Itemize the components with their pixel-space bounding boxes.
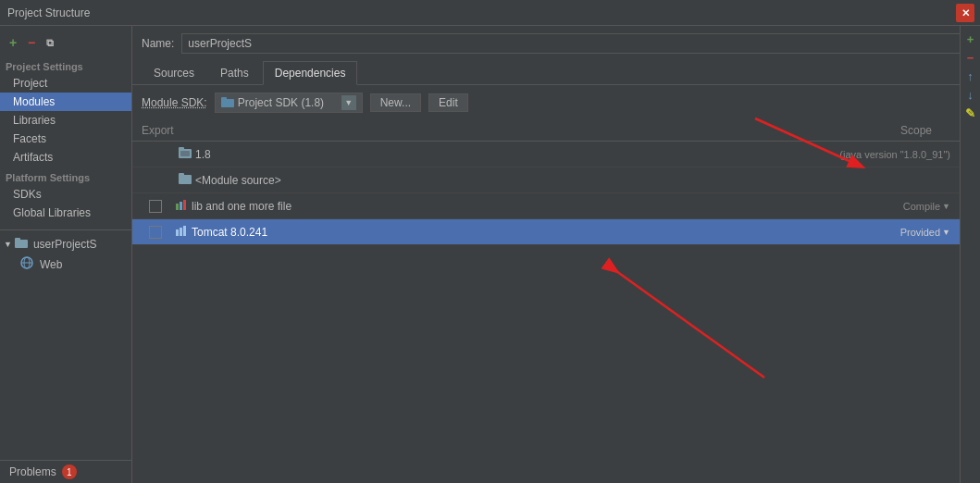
sidebar-item-artifacts[interactable]: Artifacts [0,148,131,167]
module-sdk-row: Module SDK: Project SDK (1.8) ▼ New... E… [132,85,980,120]
sidebar-item-global-libraries[interactable]: Global Libraries [0,204,131,222]
remove-module-button[interactable]: − [24,35,39,50]
tree-expand-arrow: ▼ [4,240,12,249]
export-col-header: Export [142,124,188,137]
scope-badge: Provided [866,227,940,238]
tree-child-label: Web [40,258,62,271]
sidebar-toolbar: + − ⧉ [0,30,131,56]
tab-sources[interactable]: Sources [142,61,206,85]
sidebar-item-label: Project [13,77,47,90]
tomcat-icon [175,224,188,240]
svg-rect-13 [180,202,182,210]
export-cell [142,200,175,213]
right-action-bar: + − ↑ ↓ ✎ [960,26,980,483]
close-button[interactable]: ✕ [956,4,974,22]
sdk-folder-icon [221,96,234,110]
remove-dependency-button[interactable]: − [963,50,978,65]
name-row: Name: [132,26,980,61]
sdk-dropdown-arrow: ▼ [341,95,356,110]
svg-rect-17 [183,226,186,236]
tabs-bar: Sources Paths Dependencies [132,61,980,85]
title-bar: Project Structure ✕ [0,0,980,26]
row-checkbox[interactable] [149,200,162,213]
sidebar-item-facets[interactable]: Facets [0,130,131,148]
lib-icon [175,198,188,214]
tree-root-label: userProjectS [33,238,97,251]
row-checkbox[interactable] [149,226,162,239]
svg-rect-15 [176,229,179,236]
sidebar-item-label: SDKs [13,188,42,201]
add-module-button[interactable]: + [6,35,20,50]
new-sdk-button[interactable]: New... [370,93,421,112]
module-tree: ▼ userProjectS Web [0,229,131,279]
table-row: <Module source> [132,167,960,193]
sdk-dropdown[interactable]: Project SDK (1.8) ▼ [215,93,363,113]
problems-label: Problems [9,465,56,478]
platform-settings-section: Platform Settings SDKs Global Libraries [0,167,131,222]
table-row: 1.8 (java version "1.8.0_91") [132,142,960,167]
svg-rect-6 [221,97,227,101]
sidebar-item-label: Libraries [13,114,56,127]
scope-dropdown-arrow[interactable]: ▼ [942,202,950,211]
project-settings-section: Project Settings Project Modules Librari… [0,56,131,167]
module-source-icon [179,172,192,188]
sidebar-item-label: Modules [13,95,55,108]
svg-rect-14 [183,200,186,210]
export-cell [142,226,175,239]
table-row[interactable]: lib and one more file Compile ▼ [132,193,960,219]
tab-paths[interactable]: Paths [208,61,261,85]
platform-settings-header: Platform Settings [0,167,131,185]
tab-dependencies[interactable]: Dependencies [263,61,358,85]
dependencies-table: Export Scope 1.8 (java version "1.8.0_91… [132,120,960,483]
svg-rect-16 [180,228,182,236]
copy-module-button[interactable]: ⧉ [43,35,57,50]
tree-child-web[interactable]: Web [0,254,131,275]
problems-bar[interactable]: Problems 1 [0,460,132,483]
project-settings-header: Project Settings [0,56,131,74]
module-sdk-label: Module SDK: [142,96,207,109]
tab-dependencies-label: Dependencies [275,67,346,80]
scope-dropdown-arrow[interactable]: ▼ [942,228,950,237]
add-dependency-button[interactable]: + [963,31,978,46]
svg-rect-8 [179,147,184,151]
row-name: 1.8 [195,148,836,161]
tab-sources-label: Sources [154,67,194,80]
sidebar-item-label: Global Libraries [13,206,91,219]
sdk-dropdown-text: Project SDK (1.8) [238,96,338,109]
title-bar-text: Project Structure [7,6,90,19]
scope-badge: Compile [866,201,940,212]
tab-paths-label: Paths [220,67,249,80]
move-down-button[interactable]: ↓ [963,87,978,102]
sidebar-item-label: Facets [13,132,46,145]
move-up-button[interactable]: ↑ [963,68,978,83]
svg-rect-9 [180,151,190,156]
svg-rect-11 [179,173,184,177]
scope-col-header: Scope [839,124,932,137]
tree-root-item[interactable]: ▼ userProjectS [0,234,131,254]
problems-badge: 1 [62,464,77,479]
sidebar-item-modules[interactable]: Modules [0,93,131,111]
table-header: Export Scope [132,120,960,142]
name-label: Name: [142,37,174,50]
row-name: lib and one more file [192,200,866,213]
row-name: <Module source> [195,174,950,187]
folder-icon [15,237,28,251]
edit-sdk-button[interactable]: Edit [428,93,468,112]
sidebar-item-sdks[interactable]: SDKs [0,185,131,204]
svg-rect-1 [15,238,20,242]
content-area: Name: Sources Paths Dependencies Module … [132,26,980,483]
table-row[interactable]: Tomcat 8.0.241 Provided ▼ [132,219,960,245]
svg-rect-12 [176,204,179,210]
sidebar: + − ⧉ Project Settings Project Modules L… [0,26,132,483]
web-icon [20,256,33,272]
jdk-icon [179,146,192,162]
edit-dependency-button[interactable]: ✎ [963,105,978,120]
sidebar-item-libraries[interactable]: Libraries [0,111,131,130]
sidebar-item-label: Artifacts [13,151,53,164]
row-version: (java version "1.8.0_91") [839,149,950,160]
row-name: Tomcat 8.0.241 [192,226,866,239]
sidebar-item-project[interactable]: Project [0,74,131,93]
name-input[interactable] [181,33,971,54]
